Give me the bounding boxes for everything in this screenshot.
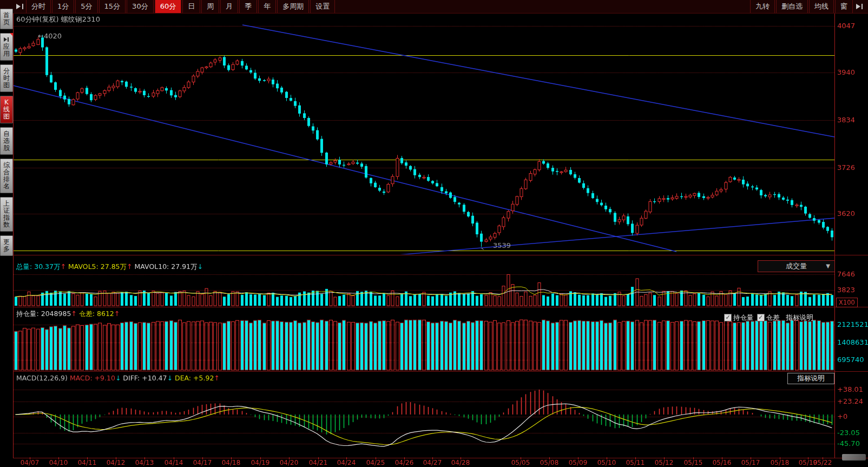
macd-params: MACD(12,26,9) (16, 374, 68, 382)
oi-change-value: 仓差: 8612 (79, 310, 114, 318)
mavol5-arrow: ↑ (127, 262, 132, 271)
sidebar-item-watchlist[interactable]: 自选股 (0, 127, 13, 155)
toolbar-item-del-favorite[interactable]: 删自选 (776, 0, 808, 13)
toolbar-item-multi-period[interactable]: 多周期 (277, 0, 309, 13)
toolbar-item-fenshi[interactable]: 分时 (26, 0, 51, 13)
check-icon: ✓ (758, 314, 763, 321)
sidebar-item-label: 首页 (3, 12, 10, 26)
date-label: 05/22 (813, 459, 832, 466)
mavol10-arrow: ↓ (198, 262, 203, 271)
position-indicator-help-link[interactable]: 指标说明 (786, 313, 813, 323)
toolbar-item-month[interactable]: 月 (220, 0, 238, 13)
sidebar-item-kline-chart[interactable]: K线图 (0, 96, 13, 123)
axis-label: 3823 (837, 286, 855, 294)
toolbar-item-day[interactable]: 日 (182, 0, 200, 13)
date-label: 04/26 (395, 459, 414, 466)
axis-label: 1408631 (837, 338, 868, 346)
position-macd-border (13, 371, 868, 372)
sidebar-item-home[interactable]: 首页 (0, 9, 13, 29)
date-label: 05/11 (626, 459, 645, 466)
date-label: 04/10 (49, 459, 68, 466)
axis-label: 695740 (837, 356, 864, 364)
axis-label: +0 (837, 412, 847, 420)
open-interest-arrow: ↑ (71, 310, 76, 318)
mavol5: MAVOL5: 27.85万 (68, 262, 127, 271)
diff-arrow: ↓ (167, 374, 173, 382)
date-axis: 04/0704/1004/1104/1204/1304/1404/1704/18… (0, 458, 868, 467)
kline-canvas[interactable] (13, 13, 834, 254)
axis-label: -23.05 (837, 429, 860, 437)
date-label: 05/10 (597, 459, 616, 466)
date-label: 05/12 (655, 459, 674, 466)
open-interest-canvas[interactable] (13, 308, 834, 371)
sidebar-item-ranking[interactable]: 综合排名 (0, 159, 13, 193)
diff-value: DIFF: +10.47 (123, 374, 167, 382)
toolbar-item-5min[interactable]: 5分 (75, 0, 97, 13)
date-label: 04/07 (21, 459, 40, 466)
date-label: 04/17 (193, 459, 212, 466)
date-label: 04/20 (280, 459, 299, 466)
toolbar-item-30min[interactable]: 30分 (127, 0, 154, 13)
axis-label: 3834 (837, 116, 855, 124)
date-label: 04/25 (366, 459, 385, 466)
toolbar-item-1min[interactable]: 1分 (52, 0, 74, 13)
chart-title: 60分钟(复权) 螺纹钢2310 (16, 15, 100, 24)
date-label: 04/21 (309, 459, 328, 466)
chevron-down-icon: ▼ (826, 263, 830, 269)
timeframe-buttons: 分时1分5分15分30分60分日周月季年多周期设置 (14, 0, 336, 13)
macd-canvas[interactable] (13, 372, 834, 458)
toolbar-right-buttons: 九转删自选均线窗 (750, 0, 866, 13)
annotation-high: ←4020 (38, 32, 62, 40)
macd-indicator-help-button[interactable]: 指标说明 (787, 373, 834, 384)
axis-label: +38.01 (837, 385, 863, 393)
position-options-row: ✓ 持仓量 ✓ 仓差 指标说明 (724, 313, 813, 322)
date-label: 04/18 (222, 459, 241, 466)
sidebar-item-intraday-chart[interactable]: 分时图 (0, 64, 13, 92)
jump-arrow-right-icon[interactable] (854, 0, 866, 13)
indicator-selector-value: 成交量 (786, 261, 807, 271)
jump-arrow-icon[interactable] (14, 0, 26, 13)
corner-marker-icon (10, 33, 13, 36)
volume-total-arrow: ↑ (60, 262, 65, 271)
axis-label: 4047 (837, 22, 855, 30)
volume-position-border (13, 307, 868, 307)
volume-total: 总量: 30.37万 (16, 262, 60, 271)
date-label: 05/15 (684, 459, 703, 466)
toolbar-item-window[interactable]: 窗 (835, 0, 853, 13)
toolbar-item-60min[interactable]: 60分 (155, 0, 182, 13)
sidebar-item-label: 更多 (3, 239, 10, 253)
toolbar-item-year[interactable]: 年 (258, 0, 276, 13)
sidebar-item-sh-index[interactable]: 上证指数 (0, 197, 13, 232)
toolbar-item-jiuzhuan[interactable]: 九转 (750, 0, 775, 13)
indicator-selector-dropdown[interactable]: 成交量 ▼ (758, 260, 835, 272)
axis-label: +23.24 (837, 397, 863, 405)
date-label: 05/08 (540, 459, 559, 466)
date-label: 04/11 (78, 459, 97, 466)
kline-volume-border (13, 255, 868, 255)
date-label: 04/13 (135, 459, 154, 466)
volume-multiplier-badge: X100 (836, 298, 858, 307)
date-label: 05/17 (741, 459, 760, 466)
sidebar-item-label: 综合排名 (3, 162, 10, 190)
macd-header: MACD(12,26,9) MACD: +9.10↓ DIFF: +10.47↓… (16, 374, 220, 382)
sidebar-item-apps[interactable]: 应用 (0, 33, 13, 61)
dea-value: DEA: +5.92 (175, 374, 214, 382)
axis-label: 3940 (837, 68, 855, 76)
axis-label: 3726 (837, 163, 855, 172)
toolbar-item-settings[interactable]: 设置 (310, 0, 335, 13)
toolbar-item-ma-lines[interactable]: 均线 (809, 0, 834, 13)
open-interest-checkbox[interactable]: ✓ (724, 314, 732, 321)
macd-value: MACD: +9.10 (70, 374, 115, 382)
date-label: 05/09 (569, 459, 588, 466)
toolbar-item-week[interactable]: 周 (201, 0, 219, 13)
sidebar-item-label: 应用 (3, 43, 10, 57)
toolbar-item-15min[interactable]: 15分 (99, 0, 126, 13)
oi-change-checkbox[interactable]: ✓ (757, 314, 765, 321)
toolbar-item-quarter[interactable]: 季 (239, 0, 257, 13)
scroll-grip[interactable] (842, 454, 866, 461)
sidebar-item-more[interactable]: 更多 (0, 235, 13, 256)
price-axis-divider (834, 13, 835, 458)
volume-header: 总量: 30.37万↑ MAVOL5: 27.85万↑ MAVOL10: 27.… (16, 262, 203, 272)
sidebar-item-label: K线图 (3, 99, 10, 120)
trading-app-window: 分时1分5分15分30分60分日周月季年多周期设置 九转删自选均线窗 首页应用分… (0, 0, 868, 467)
